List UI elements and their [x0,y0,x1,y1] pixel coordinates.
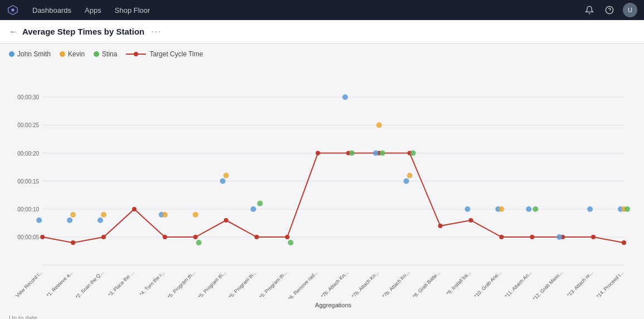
top-nav: Dashboards Apps Shop Floor U [0,0,644,20]
svg-point-35 [622,240,626,245]
page-header: ← Average Step Times by Station ··· [0,20,644,44]
svg-point-31 [499,235,504,239]
svg-text:00:00:10: 00:00:10 [17,206,39,212]
svg-text:00:00:25: 00:00:25 [17,122,39,128]
svg-point-61 [257,201,263,206]
svg-point-66 [533,206,538,212]
svg-point-49 [587,206,593,212]
svg-point-41 [251,206,256,212]
svg-point-54 [193,212,198,218]
svg-text:*7b. Attach Kn...: *7b. Attach Kn... [320,270,349,299]
svg-point-65 [410,151,416,156]
svg-point-21 [193,235,198,239]
chart-svg: 00:00:0500:00:1000:00:1500:00:2000:00:25… [9,62,635,311]
svg-text:*13. Attach re...: *13. Attach re... [566,270,594,298]
svg-text:*3. Place the ...: *3. Place the ... [107,270,135,298]
svg-text:*14. Proceed t...: *14. Proceed t... [596,270,625,299]
svg-point-20 [163,235,167,239]
nav-shop-floor[interactable]: Shop Floor [110,4,155,17]
svg-text:*10. Grab Ane...: *10. Grab Ane... [473,270,502,299]
svg-point-64 [379,151,385,156]
svg-point-24 [285,235,290,239]
svg-point-0 [11,8,14,12]
svg-text:View Record l...: View Record l... [14,270,43,299]
svg-text:*5. Program th...: *5. Program th... [258,270,288,299]
legend-line-center-target [134,52,138,56]
svg-point-23 [255,235,259,239]
svg-point-44 [403,178,409,184]
legend-dot-kevin [60,51,65,57]
svg-point-52 [101,212,106,218]
svg-point-36 [36,218,42,223]
chart-footer: Up to date [9,312,635,319]
svg-text:*5. Program th...: *5. Program th... [228,270,257,299]
user-avatar[interactable]: U [623,3,637,17]
svg-point-67 [625,206,630,212]
svg-text:*6. Remove rad...: *6. Remove rad... [287,270,319,302]
svg-text:00:00:20: 00:00:20 [17,151,39,157]
svg-point-18 [101,235,106,239]
svg-text:*11. Attach An...: *11. Attach An... [504,270,533,299]
svg-text:*9. Install ba...: *9. Install ba... [445,270,471,296]
svg-point-51 [70,212,76,218]
svg-point-45 [465,206,470,212]
svg-point-48 [557,234,562,240]
svg-point-29 [438,224,442,228]
svg-point-19 [132,207,136,211]
chart-legend: John Smith Kevin Stina Target Cycle Time [9,50,635,58]
svg-text:*8. Grab Batte...: *8. Grab Batte... [412,270,441,299]
more-options-button[interactable]: ··· [151,27,162,37]
svg-text:Aggregations: Aggregations [315,302,352,308]
svg-point-32 [530,235,534,239]
legend-label-john: John Smith [17,50,51,58]
chart-container: John Smith Kevin Stina Target Cycle Time… [0,44,644,319]
svg-point-56 [376,122,382,128]
svg-point-16 [40,235,45,239]
svg-point-60 [196,240,202,245]
svg-point-30 [469,218,473,223]
svg-point-37 [67,218,72,223]
legend-label-stina: Stina [102,50,117,58]
back-button[interactable]: ← [9,27,18,37]
svg-point-40 [220,178,226,184]
legend-john-smith: John Smith [9,50,51,58]
nav-dashboards[interactable]: Dashboards [28,4,76,17]
svg-text:*12. Grab Maso...: *12. Grab Maso... [531,270,563,302]
svg-point-22 [224,218,228,223]
legend-dot-stina [94,51,99,57]
svg-text:*5. Program th...: *5. Program th... [167,270,196,299]
legend-label-target: Target Cycle Time [149,50,203,58]
logo-icon [7,4,19,16]
svg-text:*7b. Attach Kn...: *7b. Attach Kn... [350,270,380,299]
svg-text:*5. Program th...: *5. Program th... [197,270,227,299]
svg-point-47 [526,206,531,212]
svg-point-34 [591,235,596,239]
help-icon[interactable] [603,3,616,17]
legend-target-cycle-time: Target Cycle Time [126,50,203,58]
bell-icon[interactable] [583,3,596,17]
svg-text:*2. Scan the Q...: *2. Scan the Q... [75,270,105,300]
svg-text:*7b. Attach Kn...: *7b. Attach Kn... [381,270,411,299]
legend-kevin: Kevin [60,50,85,58]
nav-apps[interactable]: Apps [80,4,106,17]
legend-stina: Stina [94,50,117,58]
svg-text:00:00:15: 00:00:15 [17,178,39,185]
svg-point-42 [342,94,348,100]
svg-text:00:00:30: 00:00:30 [17,94,39,100]
page-title: Average Step Times by Station [22,27,144,36]
svg-point-25 [316,151,320,156]
svg-point-58 [499,206,504,212]
nav-right: U [583,3,637,17]
svg-point-43 [373,151,378,156]
chart-area: 00:00:0500:00:1000:00:1500:00:2000:00:25… [9,62,635,311]
legend-dot-john [9,51,14,57]
svg-point-38 [97,218,103,223]
svg-point-62 [288,240,294,245]
svg-point-17 [71,240,75,245]
svg-point-63 [349,151,355,156]
svg-text:*4. Turn the r...: *4. Turn the r... [138,270,165,297]
svg-text:*1. Retrieve a...: *1. Retrieve a... [46,270,74,298]
svg-point-53 [162,212,168,218]
svg-text:00:00:05: 00:00:05 [17,234,39,240]
svg-point-55 [223,173,229,178]
